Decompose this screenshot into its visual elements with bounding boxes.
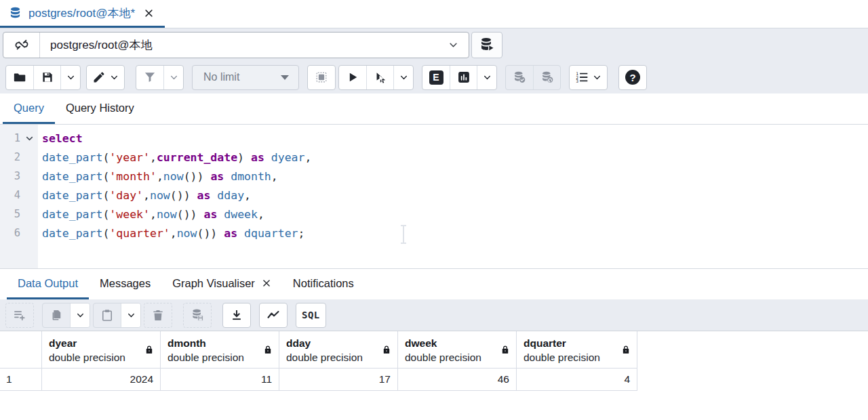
explain-group: E	[422, 65, 497, 90]
grid-header-row: dyeardouble precisiondmonthdouble precis…	[0, 331, 638, 369]
filter-button[interactable]	[136, 66, 163, 89]
add-row-button[interactable]	[6, 303, 33, 327]
close-icon[interactable]	[262, 278, 271, 288]
tab-query-label: Query	[14, 102, 44, 114]
add-row-group	[5, 303, 34, 328]
database-new-icon	[479, 37, 495, 53]
explain-button[interactable]: E	[422, 66, 450, 89]
add-row-icon	[13, 308, 26, 322]
download-icon	[230, 308, 243, 322]
save-options-dropdown[interactable]	[60, 66, 80, 89]
code-text: select	[38, 132, 83, 145]
chevron-down-icon	[593, 73, 601, 82]
close-icon[interactable]	[144, 8, 154, 18]
column-header-dmonth[interactable]: dmonthdouble precision	[161, 331, 279, 369]
column-header-dquarter[interactable]: dquarterdouble precision	[517, 331, 637, 369]
save-data-changes-button[interactable]	[184, 303, 211, 327]
column-name: dmonth	[167, 336, 258, 350]
edit-button-group	[86, 65, 125, 90]
download-button[interactable]	[223, 303, 250, 327]
data-cell-dweek[interactable]: 46	[398, 369, 517, 391]
code-text: date_part('quarter',now()) as dquarter;	[38, 227, 304, 240]
line-number: 1	[0, 132, 20, 144]
code-text: date_part('week',now()) as dweek,	[38, 208, 264, 221]
save-file-button[interactable]	[33, 66, 60, 89]
chevron-down-icon	[66, 73, 75, 82]
code-line[interactable]: 1select	[0, 129, 868, 148]
rollback-button[interactable]	[533, 66, 560, 89]
data-cell-dyear[interactable]: 2024	[42, 369, 161, 391]
lock-icon	[621, 344, 631, 356]
database-commit-icon	[513, 70, 526, 84]
chevron-down-icon	[448, 40, 458, 50]
explain-analyze-button[interactable]	[450, 66, 477, 89]
graph-visualiser-button[interactable]	[260, 303, 287, 327]
database-save-icon	[191, 308, 204, 322]
tab-messages-label: Messages	[100, 277, 151, 290]
query-tool-window-tab[interactable]: postgres/root@本地*	[0, 0, 165, 28]
data-cell-dmonth[interactable]: 11	[161, 369, 279, 391]
chevron-down-icon	[127, 311, 136, 320]
filter-button-group	[136, 65, 184, 90]
macros-button[interactable]: 123	[570, 66, 607, 89]
copy-options-dropdown[interactable]	[70, 303, 90, 327]
code-line[interactable]: 5date_part('week',now()) as dweek,	[0, 205, 868, 224]
line-number: 5	[0, 208, 20, 220]
query-toolbar: No limit E	[0, 61, 868, 93]
new-connection-button[interactable]	[471, 32, 502, 58]
column-header-dyear[interactable]: dyeardouble precision	[42, 331, 161, 369]
execute-dropdown[interactable]	[393, 66, 413, 89]
cancel-query-button[interactable]	[308, 66, 335, 89]
paste-options-dropdown[interactable]	[121, 303, 140, 327]
copy-button[interactable]	[43, 303, 70, 327]
results-grid: dyeardouble precisiondmonthdouble precis…	[0, 331, 638, 391]
connection-select[interactable]: postgres/root@本地	[3, 32, 469, 58]
code-line[interactable]: 6date_part('quarter',now()) as dquarter;	[0, 224, 868, 243]
play-icon	[346, 70, 359, 84]
open-file-button[interactable]	[6, 66, 33, 89]
copy-group	[42, 303, 90, 328]
column-header-dday[interactable]: ddaydouble precision	[279, 331, 398, 369]
grid-corner-cell[interactable]	[0, 331, 42, 369]
column-name: dyear	[49, 336, 140, 350]
help-button[interactable]: ?	[619, 66, 646, 89]
connection-status-icon	[3, 33, 40, 58]
column-header-dweek[interactable]: dweekdouble precision	[398, 331, 517, 369]
tab-notifications-label: Notifications	[293, 277, 354, 290]
code-line[interactable]: 2date_part('year',current_date) as dyear…	[0, 148, 868, 167]
bar-chart-icon	[457, 70, 471, 84]
trash-icon	[151, 308, 165, 322]
column-type: double precision	[167, 350, 258, 364]
code-line[interactable]: 4date_part('day',now()) as dday,	[0, 186, 868, 205]
tab-data-output-label: Data Output	[18, 277, 78, 290]
code-line[interactable]: 3date_part('month',now()) as dmonth,	[0, 167, 868, 186]
tab-query[interactable]: Query	[3, 93, 55, 124]
column-type: double precision	[405, 350, 496, 364]
paste-button[interactable]	[94, 303, 121, 327]
svg-text:3: 3	[576, 79, 578, 83]
sql-editor[interactable]: 1select2date_part('year',current_date) a…	[0, 125, 868, 269]
tab-query-history[interactable]: Query History	[55, 93, 145, 124]
tab-notifications[interactable]: Notifications	[282, 269, 365, 299]
delete-row-button[interactable]	[144, 303, 172, 327]
data-cell-dday[interactable]: 17	[279, 369, 398, 391]
row-limit-select[interactable]: No limit	[192, 65, 299, 90]
data-cell-dquarter[interactable]: 4	[517, 369, 637, 391]
fold-chevron-icon[interactable]	[25, 134, 34, 143]
output-tab-bar: Data Output Messages Graph Visualiser No…	[0, 269, 868, 299]
execute-button[interactable]	[339, 66, 366, 89]
pencil-icon	[92, 70, 106, 84]
row-limit-value: No limit	[203, 71, 239, 83]
tab-messages[interactable]: Messages	[89, 269, 161, 299]
explain-options-dropdown[interactable]	[477, 66, 496, 89]
tab-graph-visualiser[interactable]: Graph Visualiser	[161, 269, 282, 299]
edit-button[interactable]	[87, 66, 124, 89]
filter-options-dropdown[interactable]	[163, 66, 183, 89]
tab-data-output[interactable]: Data Output	[7, 269, 89, 299]
save-data-group	[183, 303, 212, 328]
row-number-cell[interactable]: 1	[0, 369, 42, 391]
commit-button[interactable]	[506, 66, 533, 89]
graph-group	[259, 303, 288, 328]
execute-options-button[interactable]	[366, 66, 393, 89]
copy-sql-button[interactable]: SQL	[296, 303, 326, 327]
